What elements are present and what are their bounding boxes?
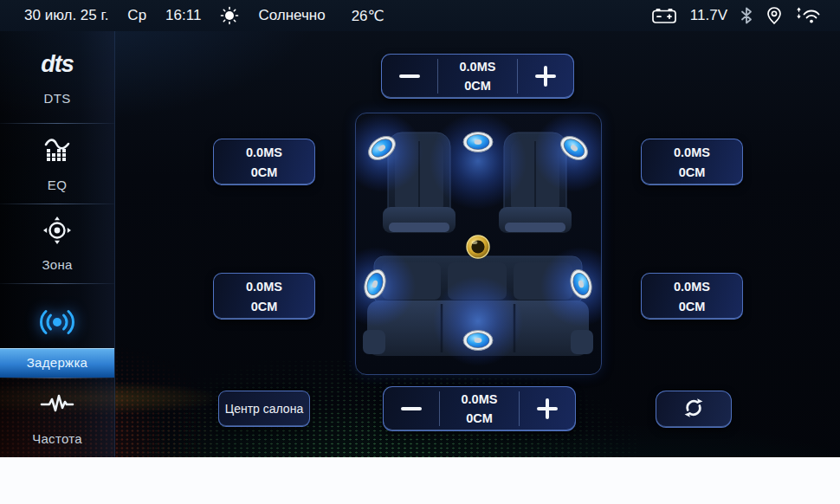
center-point-knob	[467, 236, 489, 258]
status-temperature: 26℃	[352, 7, 384, 25]
front-center-speaker	[463, 132, 493, 152]
sidebar-item-dts[interactable]: dts DTS	[0, 31, 114, 123]
status-date: 30 июл. 25 г.	[24, 7, 108, 24]
wifi-icon	[795, 6, 821, 25]
status-time: 16:11	[165, 7, 201, 24]
frequency-wave-icon	[40, 389, 74, 420]
equalizer-icon	[42, 135, 72, 166]
navigation-dock: 91.2	[0, 457, 840, 504]
plus-icon	[535, 66, 556, 87]
sidebar-item-label: Частота	[32, 431, 82, 446]
status-bar: 30 июл. 25 г. Ср 16:11 Солнечно 26℃	[0, 0, 840, 31]
rear-center-minus-button[interactable]	[384, 387, 439, 430]
delay-ms-value: 0.0MS	[246, 280, 282, 294]
car-battery-icon	[650, 6, 678, 25]
location-icon	[766, 6, 783, 25]
reset-delays-button[interactable]	[656, 391, 732, 428]
delay-cm-value: 0CM	[679, 300, 706, 313]
delay-signal-icon	[38, 307, 76, 338]
status-voltage: 11.7V	[690, 7, 727, 24]
sidebar-item-label: DTS	[44, 91, 71, 106]
minus-icon	[401, 407, 422, 411]
minus-icon	[399, 74, 420, 79]
listening-position-button[interactable]: Центр салона	[218, 391, 310, 427]
delay-ms-value: 0.0MS	[460, 60, 496, 74]
delay-ms-value: 0.0MS	[462, 392, 498, 406]
rear-center-speaker	[463, 331, 493, 351]
delay-value-rear-right[interactable]: 0.0MS 0CM	[641, 273, 743, 320]
delay-value-rear-left[interactable]: 0.0MS 0CM	[213, 273, 315, 320]
sidebar-item-label: Задержка	[0, 348, 114, 378]
rear-center-delay-stepper: 0.0MS 0CM	[383, 386, 576, 431]
delay-value-front-right[interactable]: 0.0MS 0CM	[641, 139, 743, 185]
delay-cm-value: 0CM	[464, 79, 491, 93]
delay-ms-value: 0.0MS	[246, 145, 282, 159]
bluetooth-icon	[740, 6, 753, 25]
front-center-minus-button[interactable]	[382, 55, 437, 98]
sidebar-item-label: EQ	[48, 178, 67, 192]
delay-ms-value: 0.0MS	[674, 145, 710, 159]
rear-center-plus-button[interactable]	[520, 387, 575, 430]
sidebar: dts DTS EQ	[0, 31, 115, 457]
front-center-delay-values: 0.0MS 0CM	[437, 59, 518, 94]
delay-value-front-left[interactable]: 0.0MS 0CM	[213, 139, 315, 185]
plus-icon	[537, 398, 558, 419]
rear-center-delay-values: 0.0MS 0CM	[439, 391, 520, 426]
delay-cm-value: 0CM	[466, 411, 493, 425]
head-unit-screen: 30 июл. 25 г. Ср 16:11 Солнечно 26℃	[0, 0, 840, 504]
sidebar-item-frequency[interactable]: Частота	[0, 378, 114, 458]
car-cabin-speaker-map	[355, 113, 602, 375]
dts-logo: dts	[41, 48, 74, 80]
sidebar-item-delay[interactable]: Задержка	[0, 284, 114, 378]
zone-target-icon	[42, 215, 73, 246]
sun-icon	[220, 6, 239, 25]
status-weather-text: Солнечно	[258, 7, 325, 24]
sidebar-item-eq[interactable]: EQ	[0, 124, 114, 204]
reset-refresh-icon	[682, 396, 706, 423]
sidebar-item-zone[interactable]: Зона	[0, 204, 114, 284]
front-center-plus-button[interactable]	[518, 55, 573, 98]
delay-ms-value: 0.0MS	[674, 280, 710, 294]
status-weekday: Ср	[127, 7, 146, 24]
delay-cm-value: 0CM	[251, 300, 278, 313]
delay-cm-value: 0CM	[679, 165, 706, 179]
delay-cm-value: 0CM	[251, 165, 278, 179]
front-center-delay-stepper: 0.0MS 0CM	[381, 54, 574, 99]
sidebar-item-label: Зона	[42, 257, 72, 272]
